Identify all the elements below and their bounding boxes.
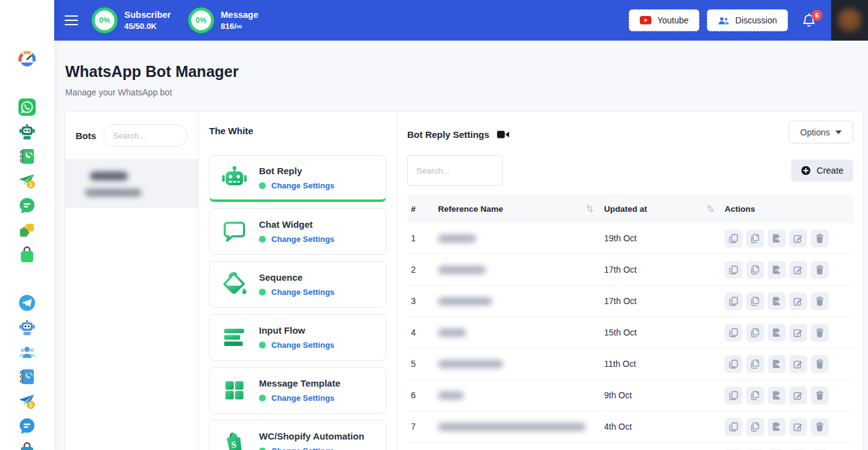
delete-icon [814,422,825,432]
row-delete-button[interactable] [811,387,829,404]
chat-widget-card[interactable]: Chat Widget Change Settings [209,208,386,255]
row-duplicate-button[interactable] [746,292,764,310]
row-edit-button[interactable] [789,230,807,247]
row-duplicate-button[interactable] [746,324,764,342]
subscriber-label: Subscriber [124,10,171,20]
table-row: 2 17th Oct [407,254,853,286]
row-export-button[interactable] [768,292,786,310]
whatsapp-chat-icon[interactable] [18,196,36,215]
whatsapp-bot-icon[interactable] [18,123,36,141]
row-copy-button[interactable] [725,324,743,342]
row-duplicate-button[interactable] [746,355,764,373]
reply-search-input[interactable] [407,155,503,186]
create-button[interactable]: Create [791,159,853,182]
telegram-broadcast-icon[interactable]: 1 [18,392,36,411]
row-copy-button[interactable] [725,355,743,373]
sequence-card[interactable]: Sequence Change Settings [209,261,386,308]
notifications-button[interactable]: 6 [802,12,816,28]
telegram-group-icon[interactable] [18,343,36,361]
row-export-button[interactable] [768,230,786,247]
message-value: 816/∞ [221,22,258,31]
discussion-button[interactable]: Discussion [707,9,788,31]
telegram-chat-icon[interactable] [18,417,36,435]
row-delete-button[interactable] [811,418,829,436]
shopify-icon [220,429,249,450]
row-edit-button[interactable] [789,261,807,279]
whatsapp-broadcast-icon[interactable]: 1 [18,172,36,190]
status-dot [259,342,266,348]
row-delete-button[interactable] [811,292,829,310]
row-duplicate-button[interactable] [746,261,764,279]
row-edit-button[interactable] [789,324,807,342]
integrations-puzzle-icon[interactable] [18,221,36,239]
whatsapp-contacts-icon[interactable] [18,147,36,166]
dashboard-gauge-icon[interactable] [18,50,36,68]
wc-shopify-change-settings-link[interactable]: Change Settings [271,446,335,450]
row-export-button[interactable] [768,418,786,436]
wc-shopify-card[interactable]: WC/Shopify Automation Change Settings [209,420,386,450]
row-copy-button[interactable] [725,261,743,279]
reference-name-blurred [438,329,466,337]
copy-icon [728,265,739,275]
reference-name-blurred [438,297,492,305]
bot-settings-panel: The White Bot Reply Change Settings Chat… [199,112,397,450]
row-export-button[interactable] [768,261,786,279]
sort-updated-icon[interactable] [706,204,721,213]
row-delete-button[interactable] [811,230,829,247]
col-header-num: # [407,204,434,214]
telegram-icon[interactable] [18,294,36,312]
edit-icon [793,327,803,338]
status-dot [259,395,266,401]
row-delete-button[interactable] [811,355,829,373]
whatsapp-icon[interactable] [18,98,36,116]
bot-reply-card[interactable]: Bot Reply Change Settings [209,155,386,202]
bot-reply-change-settings-link[interactable]: Change Settings [271,181,335,190]
video-camera-icon[interactable] [497,130,509,139]
table-row: 4 15th Oct [407,317,853,348]
row-export-button[interactable] [768,324,786,342]
row-delete-button[interactable] [811,261,829,279]
delete-icon [814,359,825,369]
menu-toggle-icon[interactable] [65,13,78,28]
reference-name-blurred [438,423,586,431]
row-export-button[interactable] [768,387,786,404]
row-export-button[interactable] [768,355,786,373]
edit-icon [793,296,803,307]
row-copy-button[interactable] [725,292,743,310]
svg-text:1: 1 [30,182,33,188]
user-avatar[interactable] [831,0,868,41]
input-flow-card[interactable]: Input Flow Change Settings [209,314,386,361]
sequence-change-settings-link[interactable]: Change Settings [271,287,335,297]
bots-panel: Bots [65,112,199,450]
telegram-bot-icon[interactable] [18,318,36,337]
whatsapp-store-icon[interactable] [18,246,36,264]
row-edit-button[interactable] [789,355,807,373]
input-flow-change-settings-link[interactable]: Change Settings [271,340,335,350]
row-edit-button[interactable] [789,387,807,404]
message-template-icon [220,376,249,404]
row-delete-button[interactable] [811,324,829,342]
row-edit-button[interactable] [789,418,807,436]
duplicate-icon [750,359,760,369]
bots-search-input[interactable] [103,124,188,147]
telegram-contacts-icon[interactable] [18,368,36,386]
row-copy-button[interactable] [725,418,743,436]
message-template-card[interactable]: Message Template Change Settings [209,367,386,414]
row-edit-button[interactable] [789,292,807,310]
chat-widget-change-settings-link[interactable]: Change Settings [271,235,335,244]
row-duplicate-button[interactable] [746,230,764,247]
options-dropdown-button[interactable]: Options [789,121,853,143]
row-copy-button[interactable] [725,230,743,247]
app-sidebar: 1 [0,0,54,450]
bot-list-item-selected[interactable] [65,159,198,208]
bot-reply-settings-panel: Bot Reply Settings Options [397,112,863,450]
row-duplicate-button[interactable] [746,418,764,436]
plus-circle-icon [801,166,811,175]
row-duplicate-button[interactable] [746,387,764,404]
row-copy-button[interactable] [725,387,743,404]
reply-settings-table: # Reference Name Updated at Actions 1 19… [407,195,853,450]
youtube-button[interactable]: Youtube [629,9,699,31]
message-template-change-settings-link[interactable]: Change Settings [271,393,335,403]
telegram-store-icon[interactable] [18,441,36,450]
sort-reference-icon[interactable] [586,204,600,213]
